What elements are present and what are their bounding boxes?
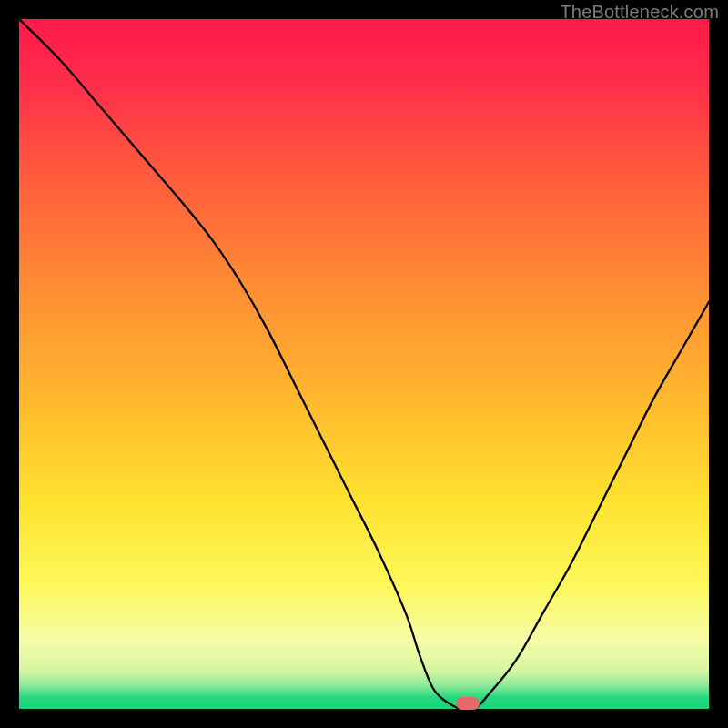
watermark-text: TheBottleneck.com: [560, 2, 719, 23]
chart-frame: TheBottleneck.com: [0, 0, 728, 728]
plot-area: [19, 19, 709, 709]
optimal-marker: [456, 697, 480, 710]
